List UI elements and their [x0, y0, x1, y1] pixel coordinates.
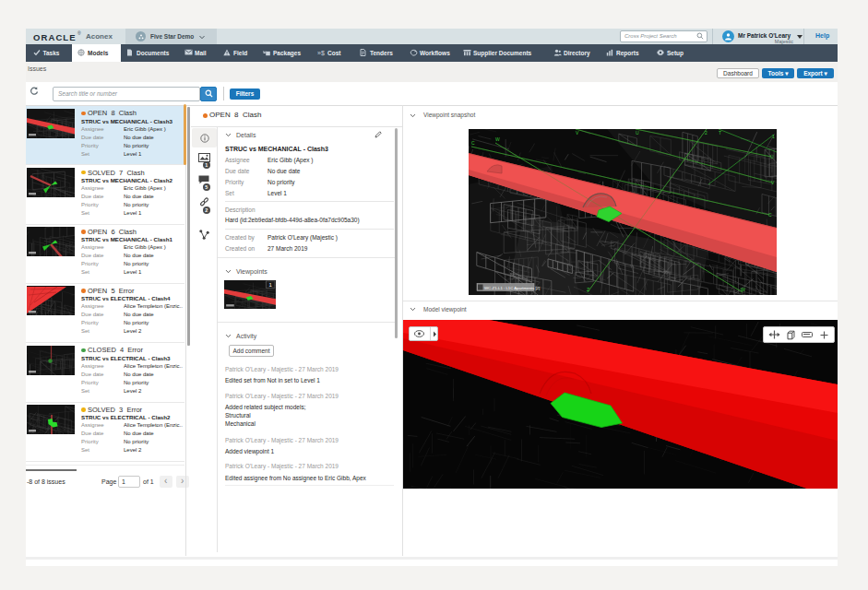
svg-text:2: 2: [705, 130, 707, 136]
svg-text:T: T: [719, 130, 721, 136]
svg-text:W: W: [495, 136, 500, 142]
svg-text:U: U: [770, 154, 774, 159]
svg-text:»$: »$: [317, 50, 325, 56]
svg-text:U: U: [636, 130, 639, 136]
svg-text:C: C: [471, 140, 475, 146]
svg-text:1: 1: [772, 134, 775, 139]
svg-text:1: 1: [268, 282, 271, 288]
svg-text:Z: Z: [587, 287, 589, 292]
svg-text:WC-Z1-L1 : L1C Apartments [2]: WC-Z1-L1 : L1C Apartments [2]: [484, 286, 540, 290]
svg-text:C: C: [768, 212, 772, 218]
svg-text:W: W: [741, 287, 745, 292]
